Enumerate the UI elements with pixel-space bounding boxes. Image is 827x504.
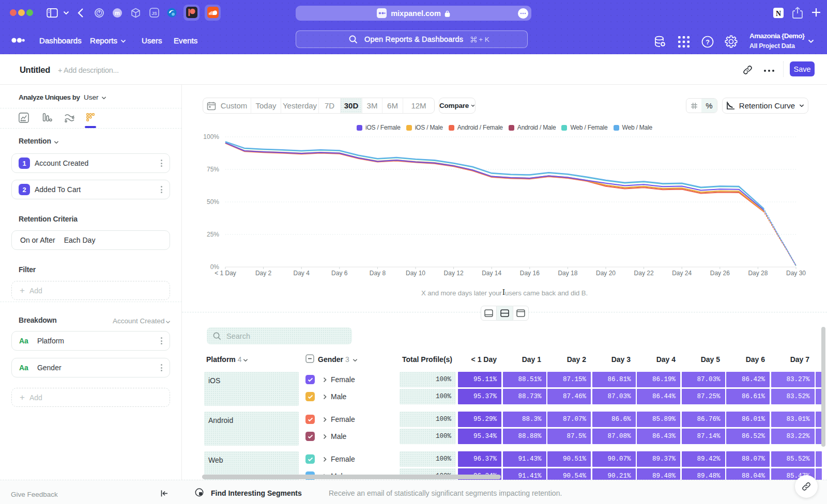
svg-text:Day 20: Day 20 [596, 270, 616, 277]
svg-text:Day 28: Day 28 [748, 270, 768, 277]
svg-text:?: ? [706, 39, 710, 46]
svg-text:Day 2: Day 2 [255, 270, 272, 277]
svg-text:Day 16: Day 16 [520, 270, 540, 277]
svg-text:Day 4: Day 4 [294, 270, 310, 277]
svg-text:N: N [776, 10, 781, 18]
svg-text:Day 6: Day 6 [331, 270, 348, 277]
svg-text:Day 26: Day 26 [710, 270, 730, 277]
svg-text:Day 18: Day 18 [558, 270, 577, 277]
svg-text:< 1 Day: < 1 Day [215, 270, 236, 277]
svg-text:JS: JS [151, 11, 157, 16]
svg-text:Day 14: Day 14 [482, 270, 501, 277]
svg-text:Day 8: Day 8 [370, 270, 386, 277]
svg-text:Day 24: Day 24 [672, 270, 692, 277]
svg-text:Day 10: Day 10 [406, 270, 425, 277]
svg-text:Day 12: Day 12 [444, 270, 464, 277]
svg-text:50%: 50% [207, 198, 219, 206]
svg-text:Day 30: Day 30 [786, 270, 806, 277]
svg-text:100%: 100% [203, 134, 219, 140]
svg-text:25%: 25% [207, 231, 219, 238]
svg-text:Day 22: Day 22 [634, 270, 654, 277]
svg-text:75%: 75% [207, 166, 219, 173]
